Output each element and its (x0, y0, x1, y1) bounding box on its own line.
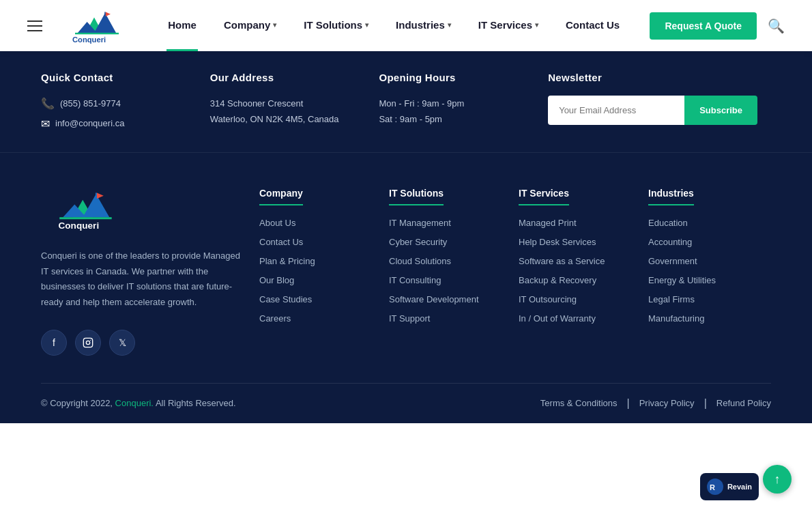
svg-rect-3 (104, 12, 106, 19)
list-item: IT Outsourcing (519, 293, 641, 305)
svg-rect-5 (75, 33, 119, 34)
company-link-blog[interactable]: Our Blog (259, 275, 294, 285)
footer-brand: Conqueri Conqueri is one of the leaders … (41, 187, 246, 356)
list-item: Energy & Utilities (648, 274, 771, 286)
subscribe-button[interactable]: Subscribe (684, 96, 757, 125)
privacy-link[interactable]: Privacy Policy (639, 398, 695, 408)
hours-line2: Sat : 9am - 5pm (379, 111, 534, 127)
svc-link-help-desk[interactable]: Help Desk Services (519, 237, 596, 247)
copyright-text: © Copyright 2022, (41, 398, 113, 408)
list-item: Software Development (389, 293, 512, 305)
newsletter-form: Subscribe (548, 96, 757, 125)
instagram-link[interactable] (75, 330, 101, 356)
newsletter-email-input[interactable] (548, 96, 684, 125)
chevron-down-icon: ▾ (273, 21, 276, 29)
svg-rect-10 (96, 192, 97, 201)
list-item: Legal Firms (648, 293, 771, 305)
company-link-plan[interactable]: Plan & Pricing (259, 256, 315, 266)
terms-link[interactable]: Terms & Conditions (540, 398, 618, 408)
navbar-right: Request A Quote 🔍 (650, 12, 785, 40)
email-icon: ✉ (41, 117, 50, 130)
logo-svg: Conqueri (56, 3, 138, 48)
sol-link-support[interactable]: IT Support (389, 313, 430, 324)
facebook-link[interactable]: f (41, 330, 67, 356)
email-row: ✉ info@conqueri.ca (41, 115, 197, 131)
footer-col-it-solutions-heading: IT Solutions (389, 188, 444, 205)
svc-link-warranty[interactable]: In / Out of Warranty (519, 313, 596, 324)
hamburger-menu[interactable] (27, 20, 42, 31)
refund-link[interactable]: Refund Policy (716, 398, 771, 408)
search-button[interactable]: 🔍 (768, 18, 785, 34)
footer-col-company-list: About Us Contact Us Plan & Pricing Our B… (259, 216, 382, 324)
company-link-careers[interactable]: Careers (259, 313, 291, 324)
svc-link-outsourcing[interactable]: IT Outsourcing (519, 294, 577, 304)
list-item: Contact Us (259, 235, 382, 248)
ind-link-energy[interactable]: Energy & Utilities (648, 275, 716, 285)
svc-link-software-service[interactable]: Software as a Service (519, 256, 605, 266)
footer-col-it-services-heading: IT Services (519, 188, 569, 205)
list-item: Managed Print (519, 216, 641, 229)
svg-text:Conqueri: Conqueri (72, 35, 106, 44)
navbar-left: Conqueri (27, 3, 138, 48)
newsletter-heading: Newsletter (548, 72, 757, 83)
svg-point-15 (86, 341, 89, 344)
twitter-link[interactable]: 𝕏 (109, 330, 135, 356)
rights-text: All Rights Reserved. (156, 398, 236, 408)
company-link-case[interactable]: Case Studies (259, 294, 312, 304)
footer-col-it-services: IT Services Managed Print Help Desk Serv… (519, 187, 641, 331)
sol-link-cyber[interactable]: Cyber Security (389, 237, 447, 247)
ind-link-education[interactable]: Education (648, 218, 688, 228)
svc-link-backup[interactable]: Backup & Recovery (519, 275, 596, 285)
sol-link-software[interactable]: Software Development (389, 294, 479, 304)
ind-link-legal[interactable]: Legal Firms (648, 294, 695, 304)
nav-company[interactable]: Company ▾ (222, 0, 278, 51)
list-item: Manufacturing (648, 312, 771, 324)
svg-rect-14 (83, 338, 92, 347)
phone-row: 📞 (855) 851-9774 (41, 96, 197, 111)
sol-link-cloud[interactable]: Cloud Solutions (389, 256, 451, 266)
nav-it-solutions[interactable]: IT Solutions ▾ (302, 0, 370, 51)
list-item: Education (648, 216, 771, 229)
nav-home[interactable]: Home (166, 0, 198, 51)
company-link-contact[interactable]: Contact Us (259, 237, 303, 247)
navbar-center: Home Company ▾ IT Solutions ▾ Industries… (166, 0, 621, 51)
list-item: Cloud Solutions (389, 255, 512, 267)
list-item: IT Consulting (389, 274, 512, 286)
email-link[interactable]: info@conqueri.ca (55, 115, 124, 131)
quick-contact-heading: Quick Contact (41, 72, 197, 83)
list-item: Case Studies (259, 293, 382, 305)
sol-link-consulting[interactable]: IT Consulting (389, 275, 441, 285)
chevron-down-icon: ▾ (365, 21, 368, 29)
list-item: IT Management (389, 216, 512, 229)
footer-col-it-services-list: Managed Print Help Desk Services Softwar… (519, 216, 641, 324)
newsletter-col: Newsletter Subscribe (548, 72, 771, 125)
address-line2: Waterloo, ON N2K 4M5, Canada (210, 111, 366, 127)
sol-link-management[interactable]: IT Management (389, 218, 451, 228)
footer-logo[interactable]: Conqueri (41, 187, 246, 248)
phone-link[interactable]: (855) 851-9774 (60, 96, 121, 111)
chevron-down-icon: ▾ (448, 21, 451, 29)
nav-it-services[interactable]: IT Services ▾ (477, 0, 540, 51)
ind-link-government[interactable]: Government (648, 256, 697, 266)
list-item: IT Support (389, 312, 512, 324)
ind-link-accounting[interactable]: Accounting (648, 237, 692, 247)
nav-contact[interactable]: Contact Us (564, 0, 621, 51)
brand-link[interactable]: Conqueri. (115, 398, 154, 408)
footer-col-industries: Industries Education Accounting Governme… (648, 187, 771, 331)
logo[interactable]: Conqueri (56, 3, 138, 48)
footer-description: Conqueri is one of the leaders to provid… (41, 248, 246, 311)
footer-logo-svg: Conqueri (41, 187, 157, 233)
nav-industries[interactable]: Industries ▾ (394, 0, 452, 51)
ind-link-manufacturing[interactable]: Manufacturing (648, 313, 704, 324)
request-quote-button[interactable]: Request A Quote (650, 12, 757, 40)
footer-col-company-heading: Company (259, 188, 303, 205)
svc-link-managed-print[interactable]: Managed Print (519, 218, 577, 228)
list-item: Our Blog (259, 274, 382, 286)
footer-col-it-solutions-list: IT Management Cyber Security Cloud Solut… (389, 216, 512, 324)
footer-col-it-solutions: IT Solutions IT Management Cyber Securit… (389, 187, 512, 331)
footer-bottom: © Copyright 2022, Conqueri. All Rights R… (41, 383, 771, 410)
quick-contact-col: Quick Contact 📞 (855) 851-9774 ✉ info@co… (41, 72, 210, 132)
company-link-about[interactable]: About Us (259, 218, 295, 228)
svg-rect-12 (59, 217, 112, 219)
svg-text:Conqueri: Conqueri (59, 220, 100, 231)
